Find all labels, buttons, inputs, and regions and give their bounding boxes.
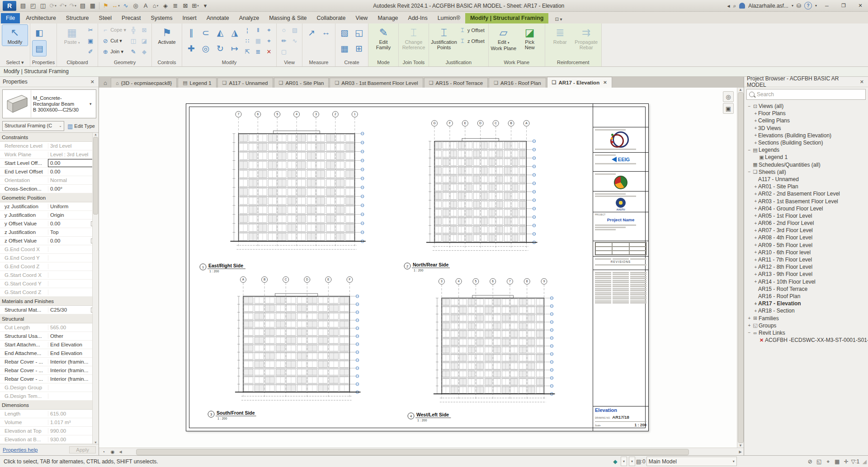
property-row[interactable]: End Level Offset0.00 bbox=[0, 168, 99, 176]
home-icon[interactable]: ⌂ bbox=[100, 78, 111, 88]
property-row[interactable]: yz JustificationUniform bbox=[0, 202, 99, 211]
property-row[interactable]: Structural Mat...C25/30 bbox=[0, 306, 99, 314]
elevation-view-4[interactable]: 34567894West/Left Side1 : 200 bbox=[406, 277, 566, 423]
move-button[interactable]: ✚ bbox=[184, 41, 198, 56]
create-assembly-button[interactable]: ▦ bbox=[338, 41, 351, 56]
help-dropdown-icon[interactable]: ▾ bbox=[815, 4, 817, 8]
tree-expander[interactable]: + bbox=[753, 184, 758, 189]
tree-expander[interactable]: + bbox=[753, 257, 758, 262]
browser-item-ar13-9th-floor-level[interactable]: +AR13 - 9th Floor Level bbox=[744, 271, 868, 278]
ribbon-tab-modify-structural-framing[interactable]: Modify | Structural Framing bbox=[465, 13, 549, 23]
property-row[interactable]: Start Attachm...End Elevation bbox=[0, 341, 99, 349]
ribbon-tab-massing-site[interactable]: Massing & Site bbox=[264, 13, 311, 23]
vertical-scrollbar[interactable]: ▲▼ bbox=[737, 88, 744, 448]
properties-help-link[interactable]: Properties help bbox=[3, 447, 38, 453]
browser-item-ar16-roof-plan[interactable]: AR16 - Roof Plan bbox=[744, 293, 868, 300]
browser-item-ar09-5th-floor-level[interactable]: +AR09 - 5th Floor Level bbox=[744, 242, 868, 249]
doc-tab-close-icon[interactable]: ✕ bbox=[603, 80, 607, 85]
split-element-button[interactable]: ¦ bbox=[242, 25, 252, 35]
help-icon[interactable]: ? bbox=[804, 2, 812, 9]
properties-scrollbar[interactable]: ▲▼ bbox=[92, 133, 99, 444]
array-button[interactable]: ∷ bbox=[242, 36, 252, 46]
property-row[interactable]: Rebar Cover - ...Interior (framin... bbox=[0, 375, 99, 383]
worksharing-status-icon[interactable]: ◆ bbox=[611, 457, 620, 466]
doc-tab-ar15-roof-terrace[interactable]: ❏AR15 - Roof Terrace bbox=[424, 78, 488, 88]
horizontal-scrollbar[interactable]: ◀ ▶ bbox=[117, 448, 744, 455]
design-option-select[interactable]: ▾ bbox=[621, 457, 627, 466]
doc-tab-ar16-roof-plan[interactable]: ❏AR16 - Roof Plan bbox=[489, 78, 546, 88]
property-row[interactable]: End Attachme...End Elevation bbox=[0, 349, 99, 358]
delete-button[interactable]: ✕ bbox=[264, 47, 274, 57]
signed-in-user[interactable]: Alazarhaile.asf... bbox=[748, 3, 788, 9]
edit-family-button[interactable]: ✎EditFamily bbox=[371, 25, 396, 51]
browser-item-a117-unnamed[interactable]: A117 - Unnamed bbox=[744, 176, 868, 183]
activate-controls-button[interactable]: ⚑Activate bbox=[154, 25, 179, 46]
select-links-toggle-icon[interactable]: ⊘ bbox=[806, 457, 815, 466]
close-hidden-windows-icon[interactable]: ⊠ bbox=[180, 1, 190, 11]
property-row[interactable]: z Offset Value0.00 bbox=[0, 237, 99, 245]
scale-button[interactable]: ⇱ bbox=[242, 47, 252, 57]
align-button[interactable]: ∥ bbox=[184, 25, 198, 40]
browser-item-3d-views[interactable]: +3D Views bbox=[744, 125, 868, 132]
browser-item-ar12-8th-floor-level[interactable]: +AR12 - 8th Floor Level bbox=[744, 263, 868, 271]
editing-requests-icon[interactable]: ▤:0 bbox=[636, 457, 646, 466]
ribbon-tab-insert[interactable]: Insert bbox=[177, 13, 201, 23]
ribbon-tab-architecture[interactable]: Architecture bbox=[21, 13, 61, 23]
doc-tab-legend-1[interactable]: ▤Legend 1 bbox=[178, 78, 216, 88]
main-model-select[interactable]: Main Model▾ bbox=[646, 457, 737, 466]
browser-item-revit-links[interactable]: −∞Revit Links bbox=[744, 329, 868, 336]
join-geometry-button[interactable]: ⊕Join ▾ bbox=[100, 47, 127, 57]
pick-new-work-plane-button[interactable]: ◪PickNew bbox=[517, 25, 542, 51]
justification-points-button[interactable]: ⌶JustificationPoints bbox=[431, 25, 457, 51]
minimize-button[interactable]: ─ bbox=[820, 1, 834, 10]
restore-button[interactable]: ❐ bbox=[837, 1, 850, 10]
tree-expander[interactable]: + bbox=[753, 126, 758, 131]
doc-tab-ar01-site-plan[interactable]: ❏AR01 - Site Plan bbox=[274, 78, 329, 88]
tree-expander[interactable]: + bbox=[753, 250, 758, 255]
browser-item-ar07-3rd-floor-level[interactable]: +AR07 - 3rd Floor Level bbox=[744, 227, 868, 234]
revit-logo[interactable]: R bbox=[3, 1, 16, 11]
tree-expander[interactable]: + bbox=[753, 221, 758, 226]
property-section-header[interactable]: Materials and Finishes∧ bbox=[0, 297, 99, 306]
browser-item-legend-1[interactable]: ▣Legend 1 bbox=[744, 154, 868, 161]
browser-item-ar02-2nd-basement-floor-level[interactable]: +AR02 - 2nd Basement Floor Level bbox=[744, 190, 868, 197]
mirror-pick-axis-button[interactable]: ◭ bbox=[213, 25, 227, 40]
tree-expander[interactable]: + bbox=[753, 279, 758, 284]
ribbon-tab-add-ins[interactable]: Add-Ins bbox=[403, 13, 433, 23]
close-doc-icon[interactable]: ▦ bbox=[88, 1, 98, 11]
ribbon-tab-systems[interactable]: Systems bbox=[146, 13, 177, 23]
tree-expander[interactable]: + bbox=[753, 213, 758, 218]
filter-icon[interactable]: ▽:1 bbox=[851, 457, 860, 466]
rotate-button[interactable]: ↻ bbox=[213, 41, 227, 56]
browser-item-sections-building-section[interactable]: +Sections (Building Section) bbox=[744, 139, 868, 146]
tree-expander[interactable]: + bbox=[753, 206, 758, 211]
property-row[interactable]: Cross-Section...0.00° bbox=[0, 185, 99, 193]
browser-item-ar15-roof-terrace[interactable]: AR15 - Roof Terrace bbox=[744, 285, 868, 293]
property-row[interactable]: Rebar Cover - ...Interior (framin... bbox=[0, 366, 99, 375]
tree-expander[interactable]: + bbox=[747, 323, 752, 328]
tree-expander[interactable]: + bbox=[753, 140, 758, 145]
doc-tab-a117-unnamed[interactable]: ❏A117 - Unnamed bbox=[217, 78, 273, 88]
doc-tab-ar03-1st-basement-floor-level[interactable]: ❏AR03 - 1st Basement Floor Level bbox=[330, 78, 423, 88]
themes-button[interactable]: ◧ bbox=[33, 25, 46, 40]
tree-expander[interactable]: + bbox=[753, 308, 758, 313]
cut-geometry-button[interactable]: ⊘Cut ▾ bbox=[100, 36, 127, 46]
tree-expander[interactable]: + bbox=[753, 243, 758, 248]
tag-by-category-icon[interactable]: ◎ bbox=[131, 1, 141, 11]
browser-item-elevations-building-elevation[interactable]: +Elevations (Building Elevation) bbox=[744, 132, 868, 139]
elevation-view-2[interactable]: GFEDCBA2North/Rear Side1 : 200 bbox=[403, 119, 547, 273]
create-group-button[interactable]: ◱ bbox=[352, 25, 366, 40]
doc-tab-ar17-elevation[interactable]: ❏AR17 - Elevation✕ bbox=[547, 77, 612, 88]
switch-windows-icon[interactable]: ⊞▾ bbox=[190, 1, 200, 11]
property-row[interactable]: Start Level Off...0.00 bbox=[0, 159, 99, 168]
property-section-header[interactable]: Constraints∧ bbox=[0, 133, 99, 142]
user-dropdown-icon[interactable]: ▾ bbox=[792, 4, 793, 8]
print-icon[interactable]: ▤ bbox=[78, 1, 88, 11]
browser-item-ar14-10th-floor-level[interactable]: +AR14 - 10th Floor Level bbox=[744, 278, 868, 285]
drawing-area[interactable]: ◎ ▣ 76543211East/Right Side1 : 200GFEDCB… bbox=[99, 88, 744, 448]
collapse-icon[interactable]: ◂ bbox=[727, 3, 730, 9]
search-icon[interactable]: ⌕ bbox=[733, 3, 736, 9]
dimension-button[interactable]: ↔ bbox=[319, 25, 333, 40]
cut-to-clipboard-button[interactable]: ✂ bbox=[85, 25, 95, 35]
properties-palette-button[interactable]: ▤ bbox=[33, 41, 46, 56]
